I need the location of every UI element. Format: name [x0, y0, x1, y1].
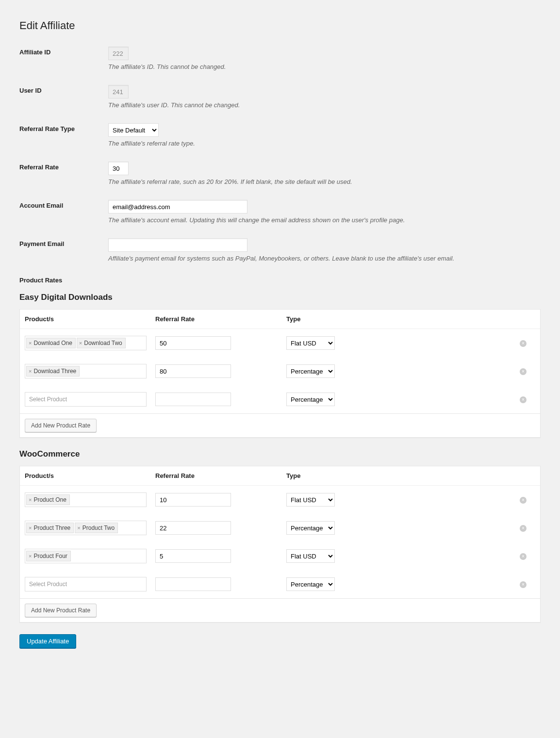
- rate-desc: The affiliate's referral rate, such as 2…: [108, 178, 541, 185]
- rate-input[interactable]: [108, 162, 129, 175]
- field-rate-type: Referral Rate Type Site Default The affi…: [19, 123, 541, 147]
- col-rate-header: Referral Rate: [155, 472, 286, 479]
- section-title: Easy Digital Downloads: [19, 293, 541, 302]
- rates-footer: Add New Product Rate: [20, 414, 540, 437]
- remove-row-icon[interactable]: ×: [520, 525, 527, 532]
- rates-row: Select ProductPercentage (%)×: [20, 385, 540, 413]
- add-product-rate-button[interactable]: Add New Product Rate: [25, 604, 97, 617]
- col-rate-header: Referral Rate: [155, 315, 286, 323]
- page-title: Edit Affiliate: [19, 19, 541, 32]
- rate-label: Referral Rate: [19, 162, 108, 171]
- product-rates-label: Product Rates: [19, 277, 541, 284]
- referral-rate-input[interactable]: [155, 577, 231, 591]
- rates-table: Product/sReferral RateType×Product OneFl…: [19, 466, 541, 623]
- rates-row: ×Product OneFlat USD×: [20, 486, 540, 514]
- rates-row: Select ProductPercentage (%)×: [20, 570, 540, 598]
- product-tag-label: Download One: [33, 340, 72, 346]
- rate-type-select[interactable]: Flat USD: [286, 493, 335, 507]
- referral-rate-input[interactable]: [155, 393, 231, 406]
- product-tag-input[interactable]: ×Download One×Download Two: [25, 336, 147, 350]
- rate-type-select[interactable]: Percentage (%): [286, 577, 335, 591]
- rates-footer: Add New Product Rate: [20, 599, 540, 622]
- col-product-header: Product/s: [25, 315, 155, 323]
- rates-header: Product/sReferral RateType: [20, 466, 540, 486]
- product-tag-input[interactable]: ×Product Four: [25, 549, 147, 563]
- rate-type-select[interactable]: Flat USD: [286, 336, 335, 350]
- field-rate: Referral Rate The affiliate's referral r…: [19, 162, 541, 185]
- rates-row: ×Download One×Download TwoFlat USD×: [20, 329, 540, 357]
- user-id-label: User ID: [19, 85, 108, 94]
- remove-row-icon[interactable]: ×: [520, 340, 527, 347]
- account-email-desc: The affiliate's account email. Updating …: [108, 216, 541, 224]
- remove-tag-icon[interactable]: ×: [29, 368, 32, 374]
- remove-row-icon[interactable]: ×: [520, 553, 527, 560]
- col-product-header: Product/s: [25, 472, 155, 479]
- rate-type-select[interactable]: Percentage (%): [286, 364, 335, 378]
- user-id-input: [108, 85, 129, 98]
- referral-rate-input[interactable]: [155, 521, 231, 535]
- referral-rate-input[interactable]: [155, 493, 231, 507]
- field-account-email: Account Email The affiliate's account em…: [19, 200, 541, 224]
- product-tag-label: Product Four: [33, 553, 67, 559]
- col-type-header: Type: [286, 472, 535, 479]
- product-tag: ×Download One: [26, 338, 76, 348]
- col-type-header: Type: [286, 315, 535, 323]
- referral-rate-input[interactable]: [155, 364, 231, 378]
- product-tag: ×Download Two: [77, 338, 126, 348]
- product-tag-label: Download Three: [33, 368, 76, 375]
- product-tag-input[interactable]: Select Product: [25, 392, 147, 407]
- product-tag-input[interactable]: ×Download Three: [25, 364, 147, 378]
- account-email-input[interactable]: [108, 200, 247, 213]
- add-product-rate-button[interactable]: Add New Product Rate: [25, 419, 97, 432]
- user-id-desc: The affiliate's user ID. This cannot be …: [108, 101, 541, 109]
- remove-tag-icon[interactable]: ×: [29, 553, 32, 559]
- remove-row-icon[interactable]: ×: [520, 396, 527, 403]
- field-user-id: User ID The affiliate's user ID. This ca…: [19, 85, 541, 109]
- product-tag: ×Product Two: [75, 523, 118, 533]
- product-tag: ×Product Four: [26, 551, 71, 561]
- affiliate-id-label: Affiliate ID: [19, 47, 108, 56]
- update-affiliate-button[interactable]: Update Affiliate: [19, 634, 76, 648]
- remove-row-icon[interactable]: ×: [520, 581, 527, 588]
- product-placeholder: Select Product: [26, 579, 70, 590]
- referral-rate-input[interactable]: [155, 549, 231, 563]
- product-tag-label: Download Two: [84, 340, 122, 346]
- rates-header: Product/sReferral RateType: [20, 310, 540, 329]
- remove-tag-icon[interactable]: ×: [29, 340, 32, 346]
- remove-tag-icon[interactable]: ×: [29, 525, 32, 531]
- affiliate-id-input: [108, 47, 129, 60]
- payment-email-desc: Affiliate's payment email for systems su…: [108, 255, 541, 262]
- rate-type-label: Referral Rate Type: [19, 123, 108, 132]
- rates-body: ×Download One×Download TwoFlat USD××Down…: [20, 329, 540, 414]
- remove-tag-icon[interactable]: ×: [77, 525, 80, 531]
- rate-type-select[interactable]: Percentage (%): [286, 521, 335, 535]
- remove-row-icon[interactable]: ×: [520, 368, 527, 375]
- rates-row: ×Download ThreePercentage (%)×: [20, 357, 540, 385]
- rates-row: ×Product FourFlat USD×: [20, 542, 540, 570]
- product-tag-input[interactable]: ×Product Three×Product Two: [25, 521, 147, 535]
- product-tag-input[interactable]: ×Product One: [25, 492, 147, 507]
- product-tag-label: Product One: [33, 496, 66, 503]
- product-tag: ×Download Three: [26, 366, 80, 377]
- remove-tag-icon[interactable]: ×: [29, 497, 32, 503]
- field-payment-email: Payment Email Affiliate's payment email …: [19, 238, 541, 262]
- product-tag: ×Product Three: [26, 523, 74, 533]
- account-email-label: Account Email: [19, 200, 108, 209]
- referral-rate-input[interactable]: [155, 336, 231, 350]
- field-affiliate-id: Affiliate ID The affiliate's ID. This ca…: [19, 47, 541, 70]
- payment-email-input[interactable]: [108, 238, 247, 252]
- rates-body: ×Product OneFlat USD××Product Three×Prod…: [20, 486, 540, 599]
- product-tag-label: Product Three: [33, 525, 70, 531]
- rate-type-select[interactable]: Percentage (%): [286, 393, 335, 406]
- rates-table: Product/sReferral RateType×Download One×…: [19, 309, 541, 438]
- rate-type-select[interactable]: Flat USD: [286, 549, 335, 563]
- product-tag: ×Product One: [26, 494, 70, 505]
- rate-type-select[interactable]: Site Default: [108, 123, 159, 137]
- remove-row-icon[interactable]: ×: [520, 497, 527, 504]
- remove-tag-icon[interactable]: ×: [79, 340, 82, 346]
- product-tag-input[interactable]: Select Product: [25, 577, 147, 591]
- product-tag-label: Product Two: [82, 525, 115, 531]
- rates-row: ×Product Three×Product TwoPercentage (%)…: [20, 514, 540, 542]
- payment-email-label: Payment Email: [19, 238, 108, 247]
- affiliate-id-desc: The affiliate's ID. This cannot be chang…: [108, 63, 541, 70]
